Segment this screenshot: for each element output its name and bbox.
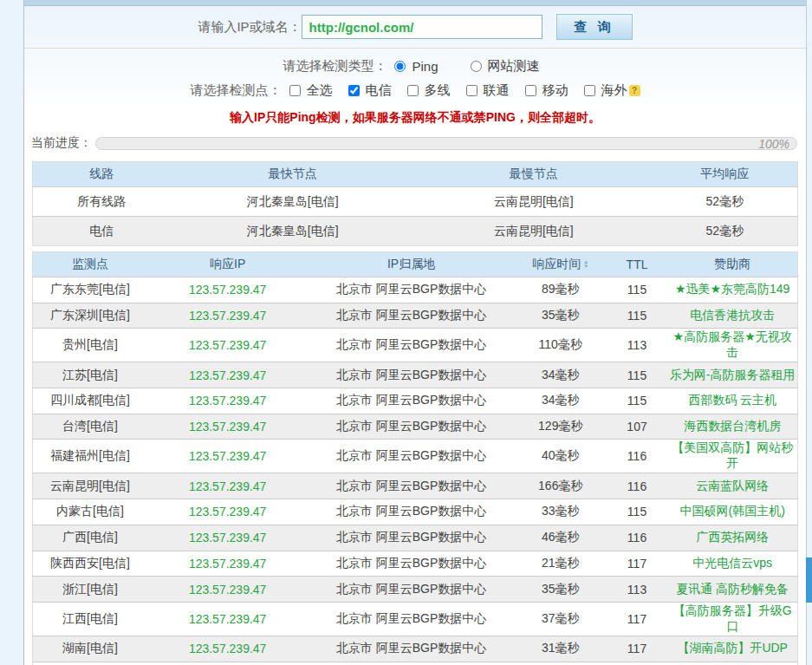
- cell-sponsor[interactable]: 夏讯通 高防秒解免备: [667, 577, 797, 603]
- cell-sponsor[interactable]: ★迅美★东莞高防149: [667, 277, 797, 303]
- table-row: 湖北[电信]123.57.239.47北京市 阿里云BGP数据中心35毫秒117…: [33, 662, 798, 665]
- points-row: 请选择检测点： 全选 电信 多线 联通 移动 海外 ?: [24, 82, 806, 99]
- cell-time: 37毫秒: [515, 602, 607, 636]
- checkbox-overseas[interactable]: 海外: [584, 82, 627, 99]
- cell-time: 35毫秒: [515, 577, 607, 603]
- radio-webspeed[interactable]: 网站测速: [471, 58, 540, 75]
- cell-ip: 123.57.239.47: [147, 329, 308, 362]
- type-row: 请选择检测类型： Ping 网站测速: [24, 58, 806, 75]
- cell-location: 北京市 阿里云BGP数据中心: [308, 662, 514, 665]
- help-icon[interactable]: ?: [629, 85, 640, 96]
- cell-node: 贵州[电信]: [33, 329, 147, 362]
- radio-ping[interactable]: Ping: [394, 59, 438, 74]
- cell-sponsor[interactable]: 【美国双高防】网站秒开: [667, 440, 797, 473]
- checkbox-all[interactable]: 全选: [289, 82, 333, 99]
- query-form: 请输入IP或域名： 查 询: [24, 6, 806, 49]
- cell-sponsor[interactable]: 广西英拓网络: [667, 525, 797, 551]
- cell-ip: 123.57.239.47: [147, 473, 308, 499]
- cell-ip: 123.57.239.47: [147, 551, 308, 577]
- checkbox-overseas-label: 海外: [601, 82, 627, 99]
- cell-location: 北京市 阿里云BGP数据中心: [308, 388, 514, 414]
- radio-ping-input[interactable]: [394, 61, 406, 72]
- checkbox-multiline[interactable]: 多线: [407, 82, 451, 99]
- cell-node: 浙江[电信]: [33, 577, 147, 603]
- cell-node: 四川成都[电信]: [33, 388, 147, 414]
- cell-location: 北京市 阿里云BGP数据中心: [308, 362, 514, 388]
- query-button[interactable]: 查 询: [556, 14, 633, 40]
- cell-sponsor[interactable]: 海西数据台湾机房: [667, 414, 797, 440]
- cell-location: 北京市 阿里云BGP数据中心: [308, 499, 514, 525]
- cell-sponsor[interactable]: 【高防服务器】升级G口: [667, 602, 797, 636]
- cell-sponsor[interactable]: 中光电信云vps: [667, 551, 797, 577]
- cell-line: 电信: [33, 217, 171, 246]
- cell-ttl: 113: [607, 329, 668, 362]
- cell-ip: 123.57.239.47: [147, 303, 308, 329]
- checkbox-unicom[interactable]: 联通: [466, 82, 510, 99]
- cell-time: 34毫秒: [515, 362, 607, 388]
- cell-ip: 123.57.239.47: [147, 499, 308, 525]
- radio-webspeed-input[interactable]: [471, 61, 482, 72]
- cell-ip: 123.57.239.47: [147, 525, 308, 551]
- checkbox-mobile[interactable]: 移动: [525, 82, 568, 99]
- side-widget[interactable]: [806, 557, 812, 603]
- cell-node: 湖南[电信]: [33, 636, 147, 662]
- checkbox-mobile-input[interactable]: [525, 85, 536, 96]
- cell-time: 40毫秒: [515, 440, 607, 473]
- summary-header-row: 线路 最快节点 最慢节点 平均响应: [33, 162, 798, 187]
- cell-avg: 52毫秒: [653, 217, 798, 246]
- sort-icon[interactable]: ▲▼: [583, 260, 588, 269]
- cell-time: 110毫秒: [515, 329, 607, 362]
- cell-time: 129毫秒: [515, 414, 607, 440]
- results-table: 监测点 响应IP IP归属地 响应时间▲▼ TTL 赞助商 广东东莞[电信]12…: [32, 251, 798, 665]
- checkbox-mobile-label: 移动: [542, 82, 568, 99]
- cell-sponsor[interactable]: 【湖北高防】免备案: [667, 662, 797, 665]
- cell-sponsor[interactable]: 西部数码 云主机: [667, 388, 797, 414]
- table-row: 江西[电信]123.57.239.47北京市 阿里云BGP数据中心37毫秒117…: [33, 602, 798, 636]
- cell-line: 所有线路: [33, 187, 171, 217]
- cell-sponsor[interactable]: 云南蓝队网络: [667, 473, 797, 499]
- cell-ttl: 117: [607, 662, 668, 665]
- url-input[interactable]: [302, 15, 542, 39]
- results-header-time[interactable]: 响应时间▲▼: [515, 252, 607, 277]
- checkbox-multiline-input[interactable]: [407, 85, 419, 96]
- checkbox-all-label: 全选: [307, 82, 333, 99]
- cell-ip: 123.57.239.47: [147, 577, 308, 603]
- cell-sponsor[interactable]: 乐为网-高防服务器租用: [667, 362, 797, 388]
- checkbox-multiline-label: 多线: [425, 82, 451, 99]
- cell-sponsor[interactable]: 电信香港抗攻击: [667, 303, 797, 329]
- checkbox-telecom[interactable]: 电信: [348, 82, 392, 99]
- table-row: 福建福州[电信]123.57.239.47北京市 阿里云BGP数据中心40毫秒1…: [33, 440, 798, 473]
- checkbox-telecom-input[interactable]: [348, 85, 360, 96]
- cell-sponsor[interactable]: 中国硕网(韩国主机): [667, 499, 797, 525]
- cell-node: 陕西西安[电信]: [33, 551, 147, 577]
- table-row: 江苏[电信]123.57.239.47北京市 阿里云BGP数据中心34毫秒115…: [33, 362, 798, 388]
- checkbox-unicom-input[interactable]: [466, 85, 477, 96]
- cell-avg: 52毫秒: [653, 187, 798, 217]
- cell-location: 北京市 阿里云BGP数据中心: [308, 329, 514, 362]
- checkbox-unicom-label: 联通: [484, 82, 510, 99]
- cell-ttl: 113: [607, 577, 668, 603]
- cell-location: 北京市 阿里云BGP数据中心: [308, 551, 514, 577]
- cell-ip: 123.57.239.47: [147, 602, 308, 636]
- table-row: 贵州[电信]123.57.239.47北京市 阿里云BGP数据中心110毫秒11…: [33, 329, 798, 362]
- top-bar: [24, 0, 806, 6]
- checkbox-all-input[interactable]: [289, 85, 301, 96]
- cell-time: 46毫秒: [515, 525, 607, 551]
- cell-fastest: 河北秦皇岛[电信]: [170, 217, 415, 246]
- page-container: 请输入IP或域名： 查 询 请选择检测类型： Ping 网站测速 请选择检测点：…: [23, 0, 807, 665]
- cell-time: 89毫秒: [515, 277, 607, 303]
- checkbox-overseas-input[interactable]: [584, 85, 595, 96]
- cell-node: 云南昆明[电信]: [33, 473, 147, 499]
- cell-sponsor[interactable]: ★高防服务器★无视攻击: [667, 329, 797, 362]
- cell-node: 台湾[电信]: [33, 414, 147, 440]
- cell-time: 34毫秒: [515, 388, 607, 414]
- cell-ttl: 115: [607, 303, 668, 329]
- table-row: 陕西西安[电信]123.57.239.47北京市 阿里云BGP数据中心21毫秒1…: [33, 551, 798, 577]
- radio-webspeed-label: 网站测速: [488, 58, 540, 75]
- cell-location: 北京市 阿里云BGP数据中心: [308, 277, 514, 303]
- cell-location: 北京市 阿里云BGP数据中心: [308, 414, 514, 440]
- points-label: 请选择检测点：: [191, 82, 282, 99]
- cell-sponsor[interactable]: 【湖南高防】开UDP: [667, 636, 797, 662]
- table-row: 浙江[电信]123.57.239.47北京市 阿里云BGP数据中心35毫秒113…: [33, 577, 798, 603]
- cell-ttl: 117: [607, 636, 668, 662]
